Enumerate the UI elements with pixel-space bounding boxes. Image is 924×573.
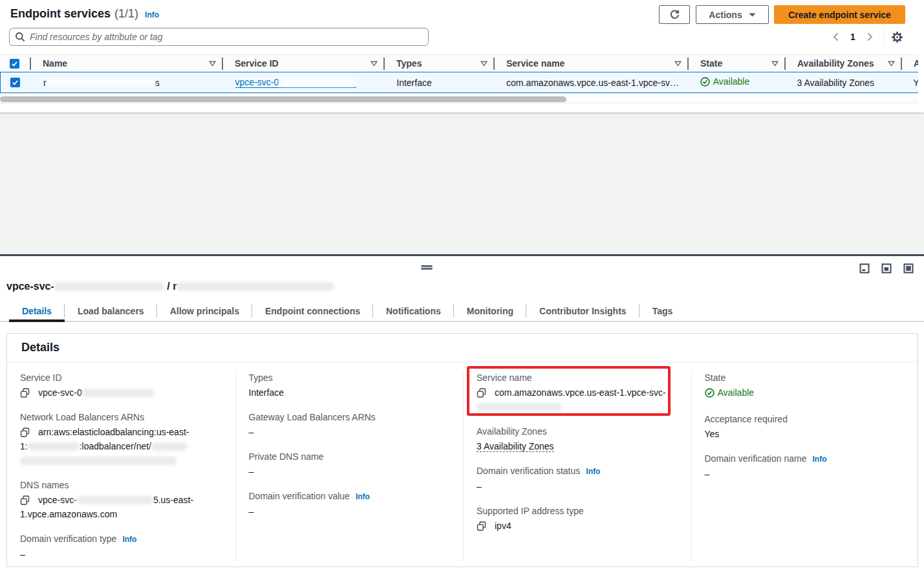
value-text: 1.vpce.amazonaws.com bbox=[20, 509, 117, 519]
column-header-acceptance-required[interactable]: Acceptance required bbox=[902, 55, 918, 72]
copy-icon[interactable] bbox=[20, 427, 30, 437]
column-header-service-name[interactable]: Service name bbox=[495, 55, 689, 72]
field-value: vpce-svc-0 bbox=[20, 385, 222, 400]
column-label: Types bbox=[396, 58, 422, 69]
field-value: – bbox=[249, 425, 451, 439]
field-value: – bbox=[477, 479, 678, 493]
tab-label: Tags bbox=[652, 306, 673, 316]
copy-icon[interactable] bbox=[477, 521, 486, 531]
redacted-text bbox=[47, 79, 155, 87]
horizontal-scrollbar-thumb[interactable] bbox=[0, 96, 566, 102]
select-all-checkbox[interactable] bbox=[10, 59, 19, 69]
sort-icon[interactable] bbox=[371, 61, 378, 67]
create-endpoint-service-button[interactable]: Create endpoint service bbox=[774, 5, 905, 24]
tab-contributor-insights[interactable]: Contributor Insights bbox=[526, 301, 639, 321]
refresh-button[interactable] bbox=[659, 5, 690, 24]
cell-service-name: com.amazonaws.vpce.us-east-1.vpce-sv… bbox=[495, 78, 689, 88]
service-id-text: vpce-svc-0 bbox=[235, 77, 279, 87]
panel-size-medium-icon[interactable] bbox=[881, 263, 892, 274]
availability-zones-link[interactable]: 3 Availability Zones bbox=[477, 441, 554, 452]
field-supported-ip: Supported IP address type ipv4 bbox=[477, 504, 678, 533]
details-card-title: Details bbox=[21, 341, 59, 354]
redacted-text bbox=[177, 282, 334, 291]
panel-size-buttons bbox=[848, 263, 914, 274]
info-link[interactable]: Info bbox=[122, 535, 136, 544]
sort-icon[interactable] bbox=[209, 61, 216, 67]
panel-size-small-icon[interactable] bbox=[859, 263, 870, 274]
tabs: Details Load balancers Allow principals … bbox=[0, 301, 924, 322]
state-text: Available bbox=[713, 76, 750, 87]
field-value: arn:aws:elasticloadbalancing:us-east- 1:… bbox=[20, 425, 222, 468]
field-value: 3 Availability Zones bbox=[477, 439, 678, 453]
name-suffix: s bbox=[155, 78, 160, 88]
table-row[interactable]: rs vpce-svc-0 Interface com.amazonaws.vp… bbox=[0, 72, 918, 93]
split-panel-resize-handle[interactable] bbox=[421, 265, 433, 270]
name-prefix: r bbox=[43, 78, 47, 88]
copy-icon[interactable] bbox=[20, 495, 30, 505]
field-value: Available bbox=[705, 385, 900, 402]
page-number[interactable]: 1 bbox=[844, 32, 861, 42]
column-label: Name bbox=[43, 58, 67, 69]
field-value: Yes bbox=[705, 427, 900, 441]
field-label: Gateway Load Balancers ARNs bbox=[249, 411, 451, 424]
service-id-link[interactable]: vpce-svc-0 bbox=[235, 77, 357, 88]
actions-button[interactable]: Actions bbox=[696, 5, 769, 24]
column-label: State bbox=[700, 58, 722, 69]
previous-page-button[interactable] bbox=[828, 28, 844, 45]
tab-endpoint-connections[interactable]: Endpoint connections bbox=[252, 301, 373, 321]
column-header-state[interactable]: State bbox=[689, 55, 786, 72]
state-text: Available bbox=[718, 385, 755, 400]
column-header-service-id[interactable]: Service ID bbox=[223, 55, 385, 72]
field-private-dns-name: Private DNS name – bbox=[249, 450, 451, 479]
field-value: – bbox=[249, 464, 451, 479]
sort-icon[interactable] bbox=[674, 61, 682, 67]
panel-title-separator: / bbox=[164, 281, 173, 292]
sort-icon[interactable] bbox=[888, 61, 895, 67]
panel-size-large-icon[interactable] bbox=[903, 263, 914, 274]
column-label: Acceptance required bbox=[914, 58, 918, 69]
column-header-types[interactable]: Types bbox=[385, 55, 495, 72]
field-value: ipv4 bbox=[477, 519, 678, 533]
column-header-availability-zones[interactable]: Availability Zones bbox=[786, 55, 902, 72]
cell-state: Available bbox=[689, 76, 786, 89]
value-text: ipv4 bbox=[495, 521, 511, 531]
next-page-button[interactable] bbox=[861, 28, 878, 45]
table-header-row: Name Service ID Types Service name bbox=[0, 54, 918, 72]
row-checkbox[interactable] bbox=[10, 78, 20, 87]
status-available-icon bbox=[700, 77, 713, 87]
copy-icon[interactable] bbox=[20, 388, 30, 398]
sort-icon[interactable] bbox=[480, 61, 488, 67]
info-link[interactable]: Info bbox=[145, 10, 159, 19]
field-label-text: Domain verification status bbox=[477, 466, 580, 476]
tab-tags[interactable]: Tags bbox=[639, 301, 686, 321]
preferences-gear-button[interactable] bbox=[888, 28, 906, 45]
cell-availability-zones: 3 Availability Zones bbox=[785, 78, 901, 88]
info-link[interactable]: Info bbox=[586, 467, 600, 476]
search-box[interactable] bbox=[9, 28, 429, 46]
field-acceptance-required: Acceptance required Yes bbox=[705, 413, 900, 441]
field-label: State bbox=[705, 371, 900, 384]
tab-details[interactable]: Details bbox=[9, 301, 65, 321]
field-label-text: Domain verification type bbox=[20, 534, 116, 544]
redacted-text bbox=[82, 389, 155, 397]
tab-label: Endpoint connections bbox=[265, 306, 360, 316]
redacted-text bbox=[279, 78, 356, 87]
copy-icon[interactable] bbox=[477, 388, 486, 398]
panel-title-prefix: vpce-svc- bbox=[6, 281, 54, 292]
horizontal-scrollbar bbox=[0, 93, 918, 103]
tab-monitoring[interactable]: Monitoring bbox=[454, 301, 526, 321]
info-link[interactable]: Info bbox=[812, 455, 826, 464]
tab-label: Load balancers bbox=[78, 306, 144, 316]
availability-zones-link[interactable]: 3 Availability Zones bbox=[797, 78, 874, 88]
search-input[interactable] bbox=[30, 32, 423, 42]
tab-allow-principals[interactable]: Allow principals bbox=[157, 301, 252, 321]
status-available-icon bbox=[705, 388, 718, 398]
page-title: Endpoint services bbox=[10, 7, 111, 21]
field-value: Interface bbox=[249, 385, 451, 400]
info-link[interactable]: Info bbox=[356, 492, 370, 501]
column-header-name[interactable]: Name bbox=[31, 55, 223, 72]
field-label-text: Domain verification name bbox=[705, 453, 807, 464]
tab-load-balancers[interactable]: Load balancers bbox=[65, 301, 157, 321]
sort-icon[interactable] bbox=[771, 61, 779, 67]
tab-notifications[interactable]: Notifications bbox=[373, 301, 454, 321]
